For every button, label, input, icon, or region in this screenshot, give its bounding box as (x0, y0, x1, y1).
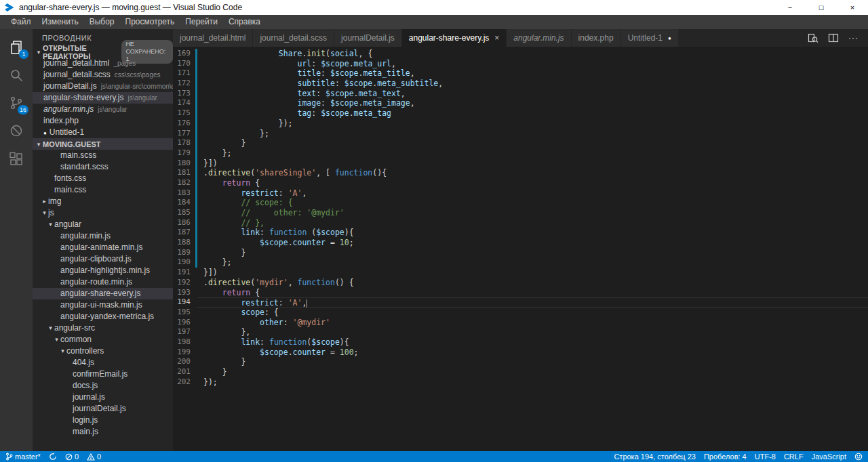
code-line[interactable]: 187 link: function ($scope){ (173, 228, 868, 238)
tree-item[interactable]: fonts.css (33, 173, 173, 184)
tree-item[interactable]: angular-ui-mask.min.js (33, 299, 173, 311)
tab[interactable]: journal_detail.html (173, 29, 253, 47)
code-line[interactable]: 201 } (173, 367, 868, 377)
code-line[interactable]: 170 url: $scope.meta_url, (173, 59, 868, 69)
close-icon[interactable]: × (494, 33, 499, 43)
code-line[interactable]: 200 } (173, 357, 868, 367)
sync-status[interactable] (49, 453, 57, 461)
menu-item[interactable]: Перейти (180, 15, 223, 29)
search-icon[interactable] (0, 61, 33, 89)
code-line[interactable]: 169 Share.init(social, { (173, 49, 868, 59)
code-line[interactable]: 198 link: function($scope){ (173, 337, 868, 348)
tree-item[interactable]: docs.js (33, 380, 173, 392)
language-status[interactable]: JavaScript (812, 453, 846, 461)
source-control-icon[interactable]: 16 (0, 89, 33, 117)
code-line[interactable]: 197 }, (173, 327, 868, 337)
menu-item[interactable]: Выбор (84, 15, 120, 29)
open-changes-icon[interactable] (808, 33, 818, 43)
menu-item[interactable]: Изменить (37, 15, 84, 29)
open-editor-item[interactable]: journal_detail.scsscss\scss\pages (33, 69, 173, 81)
code-line[interactable]: 183 restrict: 'A', (173, 188, 868, 198)
tree-item[interactable]: login.js (33, 415, 173, 426)
warnings-status[interactable]: 0 (87, 453, 101, 461)
tree-item[interactable]: ▸img (33, 196, 173, 207)
code-line[interactable]: 186 // }, (173, 218, 868, 228)
maximize-button[interactable]: □ (806, 0, 837, 15)
menu-item[interactable]: Справка (223, 15, 266, 29)
tab[interactable]: Untitled-1● (621, 29, 679, 47)
code-line[interactable]: 180}]) (173, 159, 868, 169)
indentation-status[interactable]: Пробелов: 4 (704, 453, 747, 461)
code-line[interactable]: 196 other: '@mydir' (173, 318, 868, 328)
open-editor-item[interactable]: ●Untitled-1 (33, 127, 173, 138)
tree-item[interactable]: angular-animate.min.js (33, 242, 173, 253)
errors-status[interactable]: 0 (65, 453, 79, 461)
tab[interactable]: journalDetail.js (334, 29, 402, 47)
explorer-icon[interactable]: 1 (0, 33, 33, 61)
tree-item[interactable]: ▾js (33, 207, 173, 219)
code-line[interactable]: 191}]) (173, 268, 868, 278)
tree-item[interactable]: 404.js (33, 357, 173, 369)
code-line[interactable]: 189 } (173, 248, 868, 258)
close-button[interactable]: × (837, 0, 868, 15)
code-line[interactable]: 184 // scope: { (173, 198, 868, 208)
tree-item[interactable]: main.scss (33, 150, 173, 161)
code-line[interactable]: 178 } (173, 138, 868, 148)
code-line[interactable]: 193 return { (173, 288, 868, 298)
code-line[interactable]: 176 }); (173, 119, 868, 129)
debug-icon[interactable] (0, 117, 33, 144)
feedback-smiley-icon[interactable] (854, 453, 863, 461)
tree-item[interactable]: ▾angular (33, 219, 173, 230)
tree-item[interactable]: journalDetail.js (33, 403, 173, 415)
tree-item[interactable]: angular-share-every.js (33, 288, 173, 299)
code-line[interactable]: 190 }; (173, 257, 868, 268)
menu-item[interactable]: Просмотреть (120, 15, 180, 29)
code-line[interactable]: 181.directive('shareSingle', [ function(… (173, 168, 868, 178)
tree-item[interactable]: ▾common (33, 334, 173, 345)
open-editor-item[interactable]: journalDetail.jsjs\angular-src\common\co… (33, 81, 173, 92)
code-line[interactable]: 192.directive('mydir', function() { (173, 278, 868, 288)
tree-item[interactable]: main.js (33, 426, 173, 438)
tree-item[interactable]: angular-highlightjs.min.js (33, 265, 173, 276)
code-line[interactable]: 182 return { (173, 178, 868, 188)
tree-item[interactable]: confirmEmail.js (33, 369, 173, 380)
open-editors-header[interactable]: ▾ ОТКРЫТЫЕ РЕДАКТОРЫ НЕ СОХРАНЕНО: 1 (33, 46, 173, 58)
code-line[interactable]: 172 subtitle: $scope.meta_subtitle, (173, 79, 868, 89)
tree-item[interactable]: angular-route.min.js (33, 276, 173, 288)
cursor-position[interactable]: Строка 194, столбец 23 (614, 453, 696, 461)
code-line[interactable]: 202}); (173, 377, 868, 387)
code-line[interactable]: 194 restrict: 'A', (173, 297, 868, 308)
code-line[interactable]: 171 title: $scope.meta_title, (173, 68, 868, 79)
menu-item[interactable]: Файл (5, 15, 37, 29)
git-branch-status[interactable]: master* (5, 453, 41, 461)
code-line[interactable]: 195 scope: { (173, 308, 868, 318)
open-editor-item[interactable]: angular-share-every.jsjs\angular (33, 92, 173, 104)
more-actions-icon[interactable]: ··· (848, 33, 859, 43)
code-line[interactable]: 177 }; (173, 129, 868, 139)
split-editor-icon[interactable] (828, 33, 839, 43)
code-line[interactable]: 188 $scope.counter = 10; (173, 238, 868, 248)
tree-item[interactable]: angular-clipboard.js (33, 253, 173, 265)
tree-item[interactable]: main.css (33, 184, 173, 196)
code-line[interactable]: 179 }; (173, 148, 868, 159)
tab[interactable]: journal_detail.scss (253, 29, 334, 47)
tree-item[interactable]: journal.js (33, 392, 173, 403)
code-line[interactable]: 185 // other: '@mydir' (173, 208, 868, 218)
extensions-icon[interactable] (0, 144, 33, 172)
code-line[interactable]: 173 text: $scope.meta_text, (173, 89, 868, 99)
tree-item[interactable]: ▾controllers (33, 345, 173, 357)
tree-item[interactable]: standart.scss (33, 161, 173, 173)
encoding-status[interactable]: UTF-8 (755, 453, 776, 461)
folder-section-header[interactable]: ▾ MOVING.GUEST (33, 138, 173, 150)
code-line[interactable]: 174 image: $scope.meta_image, (173, 98, 868, 108)
tree-item[interactable]: angular.min.js (33, 230, 173, 242)
eol-status[interactable]: CRLF (784, 453, 804, 461)
tab[interactable]: angular-share-every.js× (402, 29, 507, 47)
code-line[interactable]: 175 tag: $scope.meta_tag (173, 108, 868, 119)
code-editor[interactable]: 169 Share.init(social, {170 url: $scope.… (173, 47, 868, 451)
tab[interactable]: index.php (572, 29, 621, 47)
code-line[interactable]: 199 $scope.counter = 100; (173, 348, 868, 358)
tree-item[interactable]: angular-yandex-metrica.js (33, 311, 173, 322)
open-editor-item[interactable]: angular.min.jsjs\angular (33, 104, 173, 115)
tree-item[interactable]: ▾angular-src (33, 322, 173, 334)
